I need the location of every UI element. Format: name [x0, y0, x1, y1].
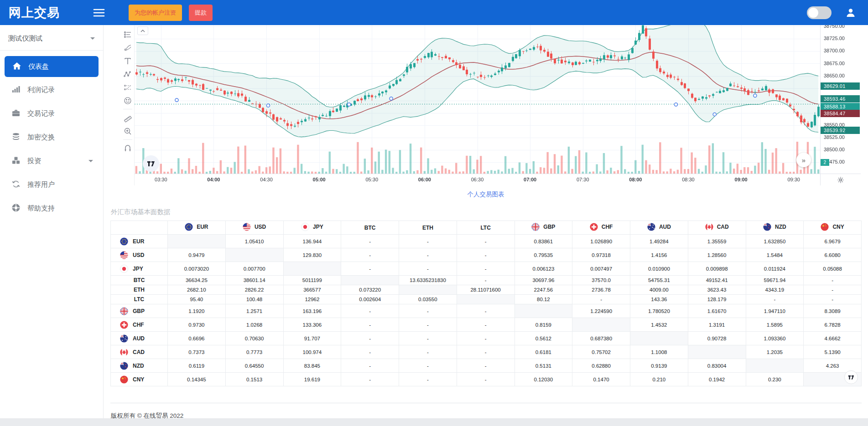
table-cell: 0.687380 [572, 332, 630, 345]
table-cell: 100.48 [225, 295, 283, 304]
table-cell: - [399, 248, 457, 262]
table-cell: 13.6335231830 [399, 276, 457, 285]
table-cell: 1.780520 [630, 304, 688, 318]
table-cell: - [457, 276, 515, 285]
table-cell: 6.7828 [804, 318, 862, 332]
table-cell: 0.62880 [572, 359, 630, 373]
aud-flag-icon [647, 223, 655, 231]
forex-table-section: 外汇市场基本面数据 EURUSDJPYBTCETHLTCGBPCHFAUDCAD… [110, 208, 862, 386]
table-cell-blank [746, 359, 804, 373]
sidebar-item-3[interactable]: 加密交换 [0, 125, 103, 149]
table-cell: 6.6080 [804, 248, 862, 262]
table-cell: 366577 [283, 285, 341, 295]
row-label-cell: BTC [111, 276, 168, 285]
zoom-in-tool-icon[interactable] [122, 124, 133, 138]
tradingview-logo[interactable] [143, 155, 159, 172]
recycle-icon [11, 180, 21, 190]
sidebar-item-1[interactable]: 利润记录 [0, 78, 103, 102]
table-cell-blank [399, 285, 457, 295]
row-label-cell: CHF [111, 318, 168, 332]
table-cell: - [399, 359, 457, 373]
table-row-gbp: GBP1.19201.2571163.196---1.2245901.78052… [111, 304, 862, 318]
candlestick-chart-canvas[interactable] [135, 25, 861, 185]
table-cell: 0.83861 [515, 235, 572, 248]
table-cell-blank [283, 262, 341, 276]
account-selector-label: 测试仪测试 [8, 34, 42, 43]
sidebar-item-4[interactable]: 投资 [0, 149, 103, 173]
table-cell-blank [688, 345, 746, 359]
sidebar-item-6[interactable]: 帮助支持 [0, 196, 103, 220]
table-cell: 143.36 [630, 295, 688, 304]
position-tool-icon[interactable] [122, 81, 133, 94]
usd-flag-icon [120, 251, 128, 259]
table-cell: 0.7773 [225, 345, 283, 359]
sidebar-item-0[interactable]: 仪表盘 [5, 56, 99, 77]
table-cell: 36634.25 [168, 276, 226, 285]
pitchfork-tool-icon[interactable] [122, 41, 133, 54]
table-cell: 0.009898 [688, 262, 746, 276]
table-cell-blank [572, 318, 630, 332]
table-cell: 0.64550 [225, 359, 283, 373]
table-cell: 1.49284 [630, 235, 688, 248]
sidebar-item-label: 仪表盘 [28, 62, 49, 71]
price-axis-badge: 38593.46 [821, 95, 860, 103]
sidebar-item-label: 交易记录 [27, 109, 55, 118]
sidebar-item-2[interactable]: 交易记录 [0, 102, 103, 125]
magnet-tool-icon[interactable] [122, 142, 133, 155]
app-title: 网上交易 [0, 5, 91, 21]
table-cell: 1.2571 [225, 304, 283, 318]
lifering-icon [11, 203, 21, 214]
scroll-to-latest-button[interactable]: » [796, 153, 811, 167]
cad-flag-icon [705, 223, 713, 231]
chart-settings-gear-icon[interactable] [837, 176, 844, 184]
table-cell: 1.026890 [572, 235, 630, 248]
text-tool-icon[interactable] [122, 54, 133, 67]
eur-flag-icon [185, 223, 193, 231]
withdraw-button[interactable]: 提款 [189, 5, 213, 21]
table-cell: 0.14345 [168, 373, 226, 386]
table-cell: 0.70630 [225, 332, 283, 345]
trend-line-tool-icon[interactable] [122, 28, 133, 41]
table-cell: 0.006123 [515, 262, 572, 276]
table-cell: - [399, 304, 457, 318]
cad-flag-icon [120, 348, 128, 356]
table-cell: 59671.94 [746, 276, 804, 285]
sidebar-item-label: 利润记录 [27, 86, 55, 94]
table-cell: 12962 [283, 295, 341, 304]
table-cell: - [341, 248, 399, 262]
eur-flag-icon [120, 237, 128, 246]
chart-link-row: 个人交易图表 [104, 185, 868, 203]
table-cell: - [572, 295, 630, 304]
table-cell: - [341, 345, 399, 359]
volume-indicator-badge: 2 [821, 159, 829, 166]
table-cell: - [746, 295, 804, 304]
table-cell-blank [630, 332, 688, 345]
theme-toggle[interactable] [807, 6, 832, 19]
tradingview-widget-logo[interactable] [844, 370, 858, 384]
account-selector[interactable]: 测试仪测试 [0, 25, 103, 51]
forex-table-title: 外汇市场基本面数据 [111, 208, 862, 216]
table-col-header-gbp: GBP [515, 221, 572, 235]
table-cell: 2736.78 [572, 285, 630, 295]
table-cell: 1.224590 [572, 304, 630, 318]
toolbar-collapse-button[interactable] [137, 26, 148, 35]
table-cell: 1.2035 [746, 345, 804, 359]
measure-tool-icon[interactable] [122, 111, 133, 124]
table-cell-blank [341, 276, 399, 285]
sidebar-item-5[interactable]: 推荐用户 [0, 173, 103, 196]
hamburger-menu-icon[interactable] [93, 8, 105, 17]
deposit-button[interactable]: 为您的帐户注资 [129, 5, 182, 21]
table-row-chf: CHF0.97301.0268133.306---0.81591.45321.3… [111, 318, 862, 332]
table-cell: 0.6696 [168, 332, 226, 345]
table-cell: - [341, 373, 399, 386]
xabcd-pattern-tool-icon[interactable] [122, 67, 133, 81]
table-cell: 83.845 [283, 359, 341, 373]
table-cell: 6.9679 [804, 235, 862, 248]
table-cell-blank [168, 235, 226, 248]
personal-chart-link[interactable]: 个人交易图表 [468, 191, 504, 198]
table-header-row: EURUSDJPYBTCETHLTCGBPCHFAUDCADNZDCNY [111, 221, 862, 235]
emoji-tool-icon[interactable] [122, 94, 133, 107]
row-label-cell: GBP [111, 304, 168, 318]
row-label-cell: CNY [111, 373, 168, 386]
user-account-icon[interactable] [845, 7, 856, 18]
